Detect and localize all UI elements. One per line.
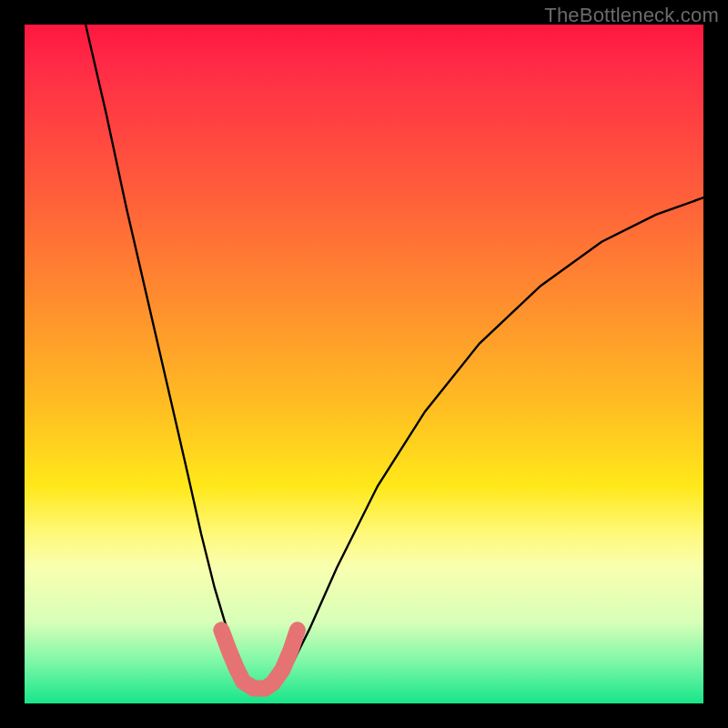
left-curve (86, 25, 262, 692)
gradient-plot-area (25, 25, 703, 703)
outer-frame: TheBottleneck.com (0, 0, 728, 728)
right-curve (269, 197, 703, 691)
valley-marker (221, 630, 298, 688)
curve-layer (25, 25, 703, 703)
